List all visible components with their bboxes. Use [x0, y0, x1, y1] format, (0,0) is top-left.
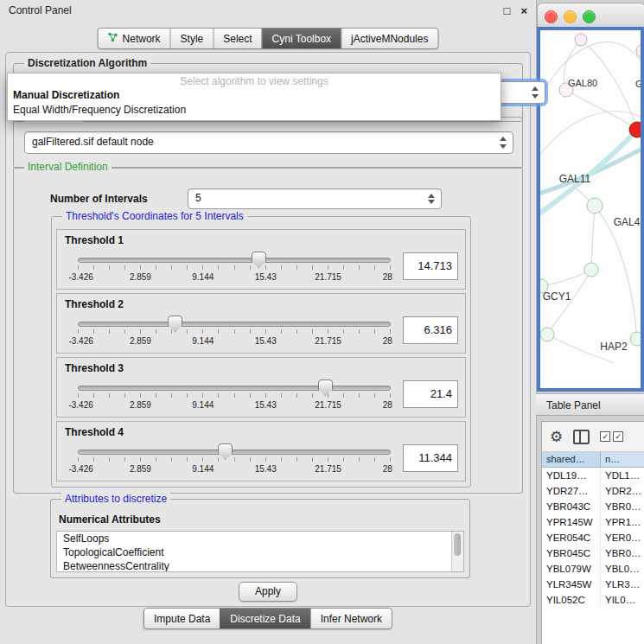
interval-definition-group: Interval Definition Number of Intervals … [13, 167, 523, 494]
threshold-2-panel: Threshold 2 -3.4262.8599.14415.4321.7152… [56, 293, 466, 354]
table-data-combo[interactable]: galFiltered.sif default node [24, 131, 513, 154]
network-node-label: GA [635, 79, 641, 89]
network-node[interactable] [575, 34, 587, 46]
scrollbar-thumb[interactable] [454, 533, 461, 556]
dropdown-hint: Select algorithm to view settings [8, 75, 501, 88]
combo-stepper-icon [531, 82, 539, 103]
slider-track[interactable] [78, 450, 391, 455]
slider-ticks [78, 457, 391, 462]
numerical-attributes-heading: Numerical Attributes [59, 513, 161, 526]
attributes-group-title: Attributes to discretize [61, 493, 170, 505]
thresholds-group-title: Threshold's Coordinates for 5 Intervals [62, 210, 247, 222]
panel-title: Control Panel [9, 4, 72, 16]
network-view[interactable]: GAL80 GA GAL11 GAL4 GCY1 HAP2 [537, 27, 644, 392]
discretization-group-title: Discretization Algorithm [24, 57, 150, 69]
zoom-traffic-button[interactable] [583, 10, 596, 23]
numerical-attributes-list[interactable]: SelfLoops TopologicalCoefficient Between… [56, 531, 464, 572]
threshold-1-value-field[interactable]: 14.713 [403, 252, 458, 280]
network-node[interactable] [630, 332, 641, 346]
tab-jactivemnodules[interactable]: jActiveMNodules [341, 29, 437, 48]
table-row[interactable]: YDL19…YDL1… [542, 468, 644, 483]
list-item[interactable]: BetweennessCentrality [57, 559, 463, 572]
column-header-name[interactable]: n… [601, 452, 644, 467]
table-row[interactable]: YPR145WYPR1… [542, 514, 644, 530]
slider-ticks [78, 393, 391, 398]
table-row[interactable]: YDR27…YDR2… [542, 483, 644, 499]
table-data-combo-value: galFiltered.sif default node [32, 136, 154, 148]
table-panel-title: Table Panel [546, 399, 601, 411]
combo-stepper-icon [499, 132, 507, 153]
close-icon[interactable]: × [520, 4, 527, 17]
threshold-3-panel: Threshold 3 -3.4262.8599.14415.4321.7152… [56, 357, 466, 418]
slider-track[interactable] [78, 386, 391, 391]
list-item[interactable]: TopologicalCoefficient [57, 545, 463, 559]
tab-impute-data[interactable]: Impute Data [144, 609, 220, 628]
slider-tick-labels: -3.4262.8599.14415.4321.71528 [78, 464, 391, 475]
list-scrollbar[interactable] [451, 532, 463, 571]
number-of-intervals-combo[interactable]: 5 [188, 188, 442, 209]
network-node[interactable] [587, 198, 603, 214]
tab-infer-network[interactable]: Infer Network [310, 609, 392, 628]
network-icon [108, 32, 118, 45]
slider-tick-labels: -3.4262.8599.14415.4321.71528 [78, 336, 391, 347]
threshold-1-slider[interactable]: -3.4262.8599.14415.4321.71528 [78, 249, 391, 285]
control-panel-titlebar: Control Panel □ × [0, 0, 536, 21]
tab-select[interactable]: Select [213, 29, 261, 48]
checkbox-icon[interactable]: ✓ [600, 431, 610, 442]
table-panel-window: ⚙ ✓ ✓ shared… n… YDL19…YDL1… YDR27…YDR2…… [541, 421, 644, 644]
slider-track[interactable] [78, 258, 391, 263]
network-canvas[interactable]: GAL80 GA GAL11 GAL4 GCY1 HAP2 [540, 30, 641, 389]
table-row[interactable]: YLR345WYLR3… [542, 577, 644, 592]
threshold-4-label: Threshold 4 [65, 426, 124, 438]
table-body: YDL19…YDL1… YDR27…YDR2… YBR043CYBR0… YPR… [542, 468, 644, 608]
table-row[interactable]: YBR045CYBR0… [542, 545, 644, 561]
table-toolbar: ⚙ ✓ ✓ [542, 422, 644, 452]
threshold-3-value-field[interactable]: 21.4 [403, 380, 458, 408]
columns-icon[interactable] [573, 430, 590, 444]
threshold-4-slider[interactable]: -3.4262.8599.14415.4321.71528 [78, 441, 391, 477]
number-of-intervals-label: Number of Intervals [50, 193, 148, 205]
minimize-traffic-button[interactable] [564, 10, 577, 23]
table-row[interactable]: YER054CYER0… [542, 530, 644, 545]
slider-track[interactable] [78, 322, 391, 327]
network-node-selected[interactable] [629, 122, 641, 137]
threshold-3-slider[interactable]: -3.4262.8599.14415.4321.71528 [78, 377, 391, 413]
slider-ticks [78, 329, 391, 334]
table-panel-header: Table Panel [536, 393, 644, 416]
network-node-label: GAL11 [559, 173, 591, 185]
tab-network[interactable]: Network [99, 29, 170, 48]
close-traffic-button[interactable] [545, 10, 558, 23]
top-tab-bar: Network Style Select Cyni Toolbox jActiv… [98, 28, 439, 49]
select-columns-icons[interactable]: ✓ ✓ [600, 431, 623, 442]
tab-cyni-toolbox[interactable]: Cyni Toolbox [262, 29, 341, 48]
table-header-row: shared… n… [542, 452, 644, 468]
table-row[interactable]: YBL079WYBL0… [542, 561, 644, 577]
apply-button[interactable]: Apply [239, 582, 297, 602]
network-node-label: GAL80 [568, 78, 597, 88]
list-item[interactable]: SelfLoops [57, 532, 463, 545]
float-window-icon[interactable]: □ [504, 4, 511, 17]
thresholds-group: Threshold's Coordinates for 5 Intervals … [51, 216, 471, 488]
window-controls [545, 10, 596, 23]
network-node[interactable] [540, 328, 554, 341]
network-node-labels: GAL80 GA GAL11 GAL4 GCY1 HAP2 [543, 78, 641, 353]
dropdown-option-equal-width[interactable]: Equal Width/Frequency Discretization [8, 103, 501, 118]
network-node-label: GAL4 [614, 216, 641, 228]
table-row[interactable]: YBR043CYBR0… [542, 499, 644, 514]
threshold-2-slider[interactable]: -3.4262.8599.14415.4321.71528 [78, 313, 391, 349]
threshold-2-value-field[interactable]: 6.316 [403, 316, 458, 344]
tab-discretize-data[interactable]: Discretize Data [220, 609, 309, 628]
network-node-label: GCY1 [543, 290, 571, 303]
gear-icon[interactable]: ⚙ [550, 428, 563, 446]
threshold-4-value-field[interactable]: 11.344 [403, 444, 458, 472]
threshold-4-panel: Threshold 4 -3.4262.8599.14415.4321.7152… [56, 421, 466, 481]
slider-tick-labels: -3.4262.8599.14415.4321.71528 [78, 272, 391, 283]
interval-group-title: Interval Definition [24, 161, 112, 173]
dropdown-option-manual[interactable]: Manual Discretization [8, 88, 501, 103]
table-row[interactable]: YIL052CYIL0… [542, 592, 644, 608]
attributes-group: Attributes to discretize Numerical Attri… [50, 499, 470, 578]
tab-style[interactable]: Style [170, 29, 214, 48]
network-node[interactable] [584, 263, 598, 277]
checkbox-icon[interactable]: ✓ [613, 431, 623, 442]
column-header-shared-name[interactable]: shared… [542, 452, 601, 467]
